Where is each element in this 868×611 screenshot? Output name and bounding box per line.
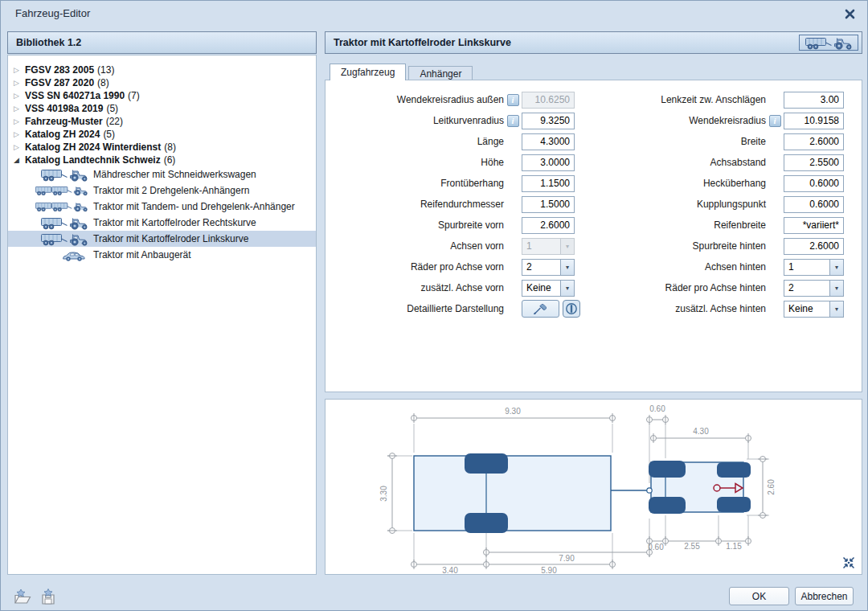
tree-group-fgsv283[interactable]: FGSV 283 2005(13)	[8, 64, 316, 76]
form-row: zusätzl. Achse vorn Keine	[330, 277, 583, 298]
tree-item-kartoffelroder-rechts[interactable]: Traktor mit Kartoffelroder Rechtskurve	[8, 215, 316, 231]
tree-group-vss40198a[interactable]: VSS 40198a 2019(5)	[8, 102, 316, 115]
editor-header-label: Traktor mit Kartoffelroder Linkskurve	[334, 37, 511, 48]
zusaetzl-achse-vorn-select[interactable]: Keine	[522, 280, 575, 297]
tree-group-label: FGSV 287 2020	[25, 77, 94, 88]
close-icon[interactable]	[841, 6, 858, 22]
tree-group-landtechnik[interactable]: Katalog Landtechnik Schweiz(6)	[8, 154, 316, 166]
vehicle-plan-preview: 9.30 0.60 4.30 3.30 2.60 0.60 2.55 1.15 …	[325, 399, 862, 575]
wendekreisradius-input[interactable]	[784, 113, 844, 129]
reifenbreite-input[interactable]	[784, 217, 844, 234]
form-row: Höhe	[330, 152, 583, 173]
achsen-hinten-select[interactable]: 1	[784, 259, 844, 276]
tree-item-kartoffelroder-links[interactable]: Traktor mit Kartoffelroder Linkskurve	[8, 231, 316, 247]
tree-item-2-drehgelenk[interactable]: Traktor mit 2 Drehgelenk-Anhängern	[8, 182, 316, 199]
heckueberhang-input[interactable]	[784, 175, 844, 192]
field-label: zusätzl. Achse vorn	[330, 282, 504, 293]
triangle-right-icon[interactable]	[14, 92, 25, 100]
chevron-down-icon[interactable]	[560, 281, 574, 296]
tree-item-tandem[interactable]: Traktor mit Tandem- und Drehgelenk-Anhän…	[8, 199, 316, 215]
triangle-right-icon[interactable]	[14, 105, 25, 113]
tractor-with-trailer-icon	[41, 232, 88, 246]
titlebar[interactable]: Fahrzeug-Editor	[1, 1, 867, 25]
tree-group-katalog-zh[interactable]: Katalog ZH 2024(5)	[8, 128, 316, 141]
tree-item-label: Traktor mit Kartoffelroder Linkskurve	[93, 233, 248, 244]
tree-group-label: FGSV 283 2005	[25, 64, 94, 76]
dim-label: 7.90	[559, 554, 575, 563]
tree-group-fgsv287[interactable]: FGSV 287 2020(8)	[8, 76, 316, 89]
ok-button[interactable]: OK	[729, 587, 789, 605]
tractor-with-trailer-icon	[805, 36, 853, 50]
tree-group-label: Katalog ZH 2024 Winterdienst	[25, 141, 161, 153]
tree-group-count: (5)	[103, 129, 115, 140]
field-label: Spurbreite hinten	[576, 240, 766, 252]
vehicle-combination-button[interactable]	[799, 35, 858, 51]
tree-group-label: VSS SN 640271a 1990	[25, 90, 125, 101]
combine-with-trailer-icon	[41, 168, 88, 182]
info-icon[interactable]	[769, 115, 781, 127]
lenkzeit-input[interactable]	[784, 92, 844, 109]
tree-group-label: VSS 40198a 2019	[25, 103, 103, 114]
info-icon[interactable]	[507, 94, 519, 106]
save-star-icon[interactable]	[38, 587, 59, 606]
field-label: zusätzl. Achse hinten	[576, 303, 766, 314]
laenge-input[interactable]	[522, 133, 575, 150]
reifendurchmesser-input[interactable]	[522, 196, 575, 213]
library-tree: FGSV 283 2005(13) FGSV 287 2020(8) VSS S…	[7, 55, 317, 575]
triangle-right-icon[interactable]	[14, 130, 25, 138]
triangle-right-icon[interactable]	[14, 117, 25, 125]
triangle-right-icon[interactable]	[14, 143, 25, 151]
tree-group-vss-sn[interactable]: VSS SN 640271a 1990(7)	[8, 89, 316, 102]
open-folder-star-icon[interactable]	[12, 587, 33, 606]
zugfahrzeug-form: Wendekreisradius außen Leitkurvenradius …	[325, 80, 862, 392]
zusaetzl-achse-hinten-select[interactable]: Keine	[784, 301, 844, 318]
breite-input[interactable]	[784, 133, 844, 150]
triangle-right-icon[interactable]	[14, 66, 25, 74]
form-row: Achsabstand	[576, 152, 844, 173]
tab-zugfahrzeug[interactable]: Zugfahrzeug	[330, 64, 406, 80]
chevron-down-icon[interactable]	[560, 260, 574, 275]
form-row: Wendekreisradius außen	[330, 89, 583, 110]
raeder-pro-achse-hinten-select[interactable]: 2	[784, 280, 844, 297]
tree-group-count: (8)	[97, 77, 109, 88]
achsabstand-input[interactable]	[784, 154, 844, 171]
tractor-wheel	[649, 461, 686, 478]
spurbreite-vorn-input[interactable]	[522, 217, 575, 234]
form-row: Reifendurchmesser	[330, 194, 583, 215]
tab-anhaenger[interactable]: Anhänger	[408, 66, 473, 80]
tree-item-anbaugeraet[interactable]: Traktor mit Anbaugerät	[8, 247, 316, 263]
form-row: Detaillierte Darstellung	[330, 298, 583, 319]
leitkurvenradius-input[interactable]	[522, 113, 575, 129]
triangle-right-icon[interactable]	[14, 79, 25, 87]
field-label: Achsen hinten	[576, 261, 766, 273]
cancel-button[interactable]: Abbrechen	[795, 587, 854, 605]
tree-group-fahrzeug-muster[interactable]: Fahrzeug-Muster(22)	[8, 115, 316, 128]
tree-item-maehdrescher[interactable]: Mähdrescher mit Schneidwerkswagen	[8, 166, 316, 182]
field-label: Reifenbreite	[576, 219, 766, 231]
editor-tabs: Zugfahrzeug Anhänger	[325, 64, 473, 80]
tractor-two-trailers-icon	[35, 184, 88, 197]
field-label: Achsen vorn	[330, 240, 504, 252]
fit-view-icon[interactable]	[841, 556, 856, 570]
chevron-down-icon[interactable]	[829, 260, 843, 275]
tree-group-katalog-zh-winter[interactable]: Katalog ZH 2024 Winterdienst(8)	[8, 141, 316, 154]
kupplungspunkt-input[interactable]	[784, 196, 844, 213]
tree-group-count: (7)	[128, 90, 140, 101]
hoehe-input[interactable]	[522, 154, 575, 171]
spurbreite-hinten-input[interactable]	[784, 238, 844, 255]
field-label: Breite	[576, 136, 766, 147]
field-label: Leitkurvenradius	[330, 115, 504, 126]
vehicle-plan-drawing: 9.30 0.60 4.30 3.30 2.60 0.60 2.55 1.15 …	[326, 400, 862, 574]
raeder-pro-achse-vorn-select[interactable]: 2	[522, 259, 575, 276]
frontueberhang-input[interactable]	[522, 175, 575, 192]
triangle-expanded-icon[interactable]	[14, 156, 25, 164]
chevron-down-icon[interactable]	[829, 281, 843, 296]
info-icon[interactable]	[507, 115, 519, 127]
tree-item-label: Traktor mit Anbaugerät	[93, 249, 191, 260]
chevron-down-icon[interactable]	[829, 301, 843, 317]
pick-detail-style-button[interactable]	[522, 300, 559, 318]
dim-label: 2.55	[684, 542, 700, 551]
chevron-down-icon	[560, 239, 574, 254]
form-row: Spurbreite hinten	[576, 236, 844, 256]
form-row: Hecküberhang	[576, 173, 844, 194]
